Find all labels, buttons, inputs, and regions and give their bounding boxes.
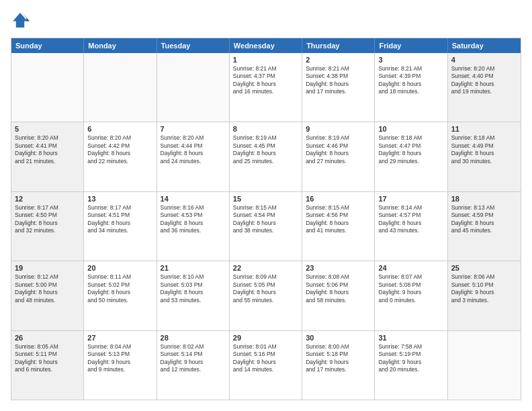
cell-info: Sunrise: 8:06 AMSunset: 5:10 PMDaylight:… xyxy=(451,273,517,304)
cell-info: Sunrise: 8:13 AMSunset: 4:59 PMDaylight:… xyxy=(451,204,517,235)
day-number: 10 xyxy=(378,125,443,133)
day-number: 1 xyxy=(233,56,298,64)
calendar-cell-empty xyxy=(157,53,230,122)
day-number: 15 xyxy=(233,195,298,203)
weekday-header-wednesday: Wednesday xyxy=(230,38,302,53)
cell-info: Sunrise: 8:21 AMSunset: 4:39 PMDaylight:… xyxy=(378,65,443,96)
day-number: 11 xyxy=(451,125,517,133)
calendar-cell-1: 1Sunrise: 8:21 AMSunset: 4:37 PMDaylight… xyxy=(230,53,302,122)
calendar-row-3: 12Sunrise: 8:17 AMSunset: 4:50 PMDayligh… xyxy=(11,192,521,261)
cell-info: Sunrise: 8:20 AMSunset: 4:40 PMDaylight:… xyxy=(451,65,517,96)
day-number: 29 xyxy=(233,334,298,342)
calendar-cell-18: 18Sunrise: 8:13 AMSunset: 4:59 PMDayligh… xyxy=(448,192,521,261)
calendar-row-2: 5Sunrise: 8:20 AMSunset: 4:41 PMDaylight… xyxy=(11,122,521,191)
logo xyxy=(11,11,32,30)
calendar-cell-9: 9Sunrise: 8:19 AMSunset: 4:46 PMDaylight… xyxy=(302,122,375,191)
day-number: 2 xyxy=(306,56,371,64)
calendar-row-1: 1Sunrise: 8:21 AMSunset: 4:37 PMDaylight… xyxy=(11,53,521,122)
weekday-header-monday: Monday xyxy=(84,38,157,53)
calendar-cell-20: 20Sunrise: 8:11 AMSunset: 5:02 PMDayligh… xyxy=(84,261,157,330)
cell-info: Sunrise: 8:17 AMSunset: 4:51 PMDaylight:… xyxy=(87,204,152,235)
calendar-cell-17: 17Sunrise: 8:14 AMSunset: 4:57 PMDayligh… xyxy=(375,192,447,261)
cell-info: Sunrise: 7:58 AMSunset: 5:19 PMDaylight:… xyxy=(378,343,443,374)
page: SundayMondayTuesdayWednesdayThursdayFrid… xyxy=(0,0,532,411)
cell-info: Sunrise: 8:04 AMSunset: 5:13 PMDaylight:… xyxy=(87,343,152,374)
day-number: 20 xyxy=(87,264,152,272)
calendar-row-5: 26Sunrise: 8:05 AMSunset: 5:11 PMDayligh… xyxy=(11,331,521,400)
weekday-header-friday: Friday xyxy=(375,38,447,53)
calendar-cell-4: 4Sunrise: 8:20 AMSunset: 4:40 PMDaylight… xyxy=(448,53,521,122)
calendar-cell-14: 14Sunrise: 8:16 AMSunset: 4:53 PMDayligh… xyxy=(157,192,230,261)
day-number: 22 xyxy=(233,264,298,272)
calendar-cell-30: 30Sunrise: 8:00 AMSunset: 5:18 PMDayligh… xyxy=(302,331,375,400)
calendar-cell-empty xyxy=(448,331,521,400)
cell-info: Sunrise: 8:12 AMSunset: 5:00 PMDaylight:… xyxy=(15,273,80,304)
weekday-header-thursday: Thursday xyxy=(302,38,375,53)
calendar-cell-6: 6Sunrise: 8:20 AMSunset: 4:42 PMDaylight… xyxy=(84,122,157,191)
calendar-cell-10: 10Sunrise: 8:18 AMSunset: 4:47 PMDayligh… xyxy=(375,122,447,191)
calendar-row-4: 19Sunrise: 8:12 AMSunset: 5:00 PMDayligh… xyxy=(11,261,521,330)
day-number: 31 xyxy=(378,334,443,342)
calendar-cell-7: 7Sunrise: 8:20 AMSunset: 4:44 PMDaylight… xyxy=(157,122,230,191)
day-number: 13 xyxy=(87,195,152,203)
cell-info: Sunrise: 8:10 AMSunset: 5:03 PMDaylight:… xyxy=(161,273,226,304)
cell-info: Sunrise: 8:18 AMSunset: 4:47 PMDaylight:… xyxy=(378,134,443,165)
cell-info: Sunrise: 8:15 AMSunset: 4:56 PMDaylight:… xyxy=(306,204,371,235)
weekday-header-tuesday: Tuesday xyxy=(157,38,230,53)
cell-info: Sunrise: 8:20 AMSunset: 4:44 PMDaylight:… xyxy=(161,134,226,165)
calendar-cell-13: 13Sunrise: 8:17 AMSunset: 4:51 PMDayligh… xyxy=(84,192,157,261)
day-number: 5 xyxy=(15,125,80,133)
cell-info: Sunrise: 8:19 AMSunset: 4:46 PMDaylight:… xyxy=(306,134,371,165)
day-number: 28 xyxy=(161,334,226,342)
day-number: 3 xyxy=(378,56,443,64)
calendar-cell-31: 31Sunrise: 7:58 AMSunset: 5:19 PMDayligh… xyxy=(375,331,447,400)
cell-info: Sunrise: 8:15 AMSunset: 4:54 PMDaylight:… xyxy=(233,204,298,235)
cell-info: Sunrise: 8:17 AMSunset: 4:50 PMDaylight:… xyxy=(15,204,80,235)
cell-info: Sunrise: 8:07 AMSunset: 5:08 PMDaylight:… xyxy=(378,273,443,304)
calendar-cell-11: 11Sunrise: 8:18 AMSunset: 4:49 PMDayligh… xyxy=(448,122,521,191)
cell-info: Sunrise: 8:09 AMSunset: 5:05 PMDaylight:… xyxy=(233,273,298,304)
day-number: 27 xyxy=(87,334,152,342)
calendar-cell-27: 27Sunrise: 8:04 AMSunset: 5:13 PMDayligh… xyxy=(84,331,157,400)
cell-info: Sunrise: 8:21 AMSunset: 4:38 PMDaylight:… xyxy=(306,65,371,96)
cell-info: Sunrise: 8:08 AMSunset: 5:06 PMDaylight:… xyxy=(306,273,371,304)
cell-info: Sunrise: 8:19 AMSunset: 4:45 PMDaylight:… xyxy=(233,134,298,165)
calendar-body: 1Sunrise: 8:21 AMSunset: 4:37 PMDaylight… xyxy=(11,53,521,400)
cell-info: Sunrise: 8:11 AMSunset: 5:02 PMDaylight:… xyxy=(87,273,152,304)
svg-marker-0 xyxy=(13,13,28,28)
calendar-cell-empty xyxy=(84,53,157,122)
day-number: 4 xyxy=(451,56,517,64)
calendar-cell-2: 2Sunrise: 8:21 AMSunset: 4:38 PMDaylight… xyxy=(302,53,375,122)
calendar-cell-24: 24Sunrise: 8:07 AMSunset: 5:08 PMDayligh… xyxy=(375,261,447,330)
cell-info: Sunrise: 8:16 AMSunset: 4:53 PMDaylight:… xyxy=(161,204,226,235)
calendar-cell-23: 23Sunrise: 8:08 AMSunset: 5:06 PMDayligh… xyxy=(302,261,375,330)
calendar-cell-29: 29Sunrise: 8:01 AMSunset: 5:16 PMDayligh… xyxy=(230,331,302,400)
day-number: 30 xyxy=(306,334,371,342)
day-number: 25 xyxy=(451,264,517,272)
calendar-cell-19: 19Sunrise: 8:12 AMSunset: 5:00 PMDayligh… xyxy=(11,261,84,330)
calendar-cell-28: 28Sunrise: 8:02 AMSunset: 5:14 PMDayligh… xyxy=(157,331,230,400)
day-number: 26 xyxy=(15,334,80,342)
cell-info: Sunrise: 8:20 AMSunset: 4:41 PMDaylight:… xyxy=(15,134,80,165)
calendar-cell-15: 15Sunrise: 8:15 AMSunset: 4:54 PMDayligh… xyxy=(230,192,302,261)
calendar-cell-empty xyxy=(11,53,84,122)
calendar-cell-8: 8Sunrise: 8:19 AMSunset: 4:45 PMDaylight… xyxy=(230,122,302,191)
cell-info: Sunrise: 8:18 AMSunset: 4:49 PMDaylight:… xyxy=(451,134,517,165)
day-number: 12 xyxy=(15,195,80,203)
cell-info: Sunrise: 8:21 AMSunset: 4:37 PMDaylight:… xyxy=(233,65,298,96)
calendar-cell-5: 5Sunrise: 8:20 AMSunset: 4:41 PMDaylight… xyxy=(11,122,84,191)
calendar-cell-3: 3Sunrise: 8:21 AMSunset: 4:39 PMDaylight… xyxy=(375,53,447,122)
calendar: SundayMondayTuesdayWednesdayThursdayFrid… xyxy=(11,38,521,400)
day-number: 6 xyxy=(87,125,152,133)
day-number: 23 xyxy=(306,264,371,272)
logo-icon xyxy=(11,11,30,30)
cell-info: Sunrise: 8:20 AMSunset: 4:42 PMDaylight:… xyxy=(87,134,152,165)
day-number: 9 xyxy=(306,125,371,133)
day-number: 18 xyxy=(451,195,517,203)
day-number: 16 xyxy=(306,195,371,203)
calendar-cell-22: 22Sunrise: 8:09 AMSunset: 5:05 PMDayligh… xyxy=(230,261,302,330)
calendar-cell-16: 16Sunrise: 8:15 AMSunset: 4:56 PMDayligh… xyxy=(302,192,375,261)
cell-info: Sunrise: 8:05 AMSunset: 5:11 PMDaylight:… xyxy=(15,343,80,374)
calendar-cell-21: 21Sunrise: 8:10 AMSunset: 5:03 PMDayligh… xyxy=(157,261,230,330)
day-number: 14 xyxy=(161,195,226,203)
